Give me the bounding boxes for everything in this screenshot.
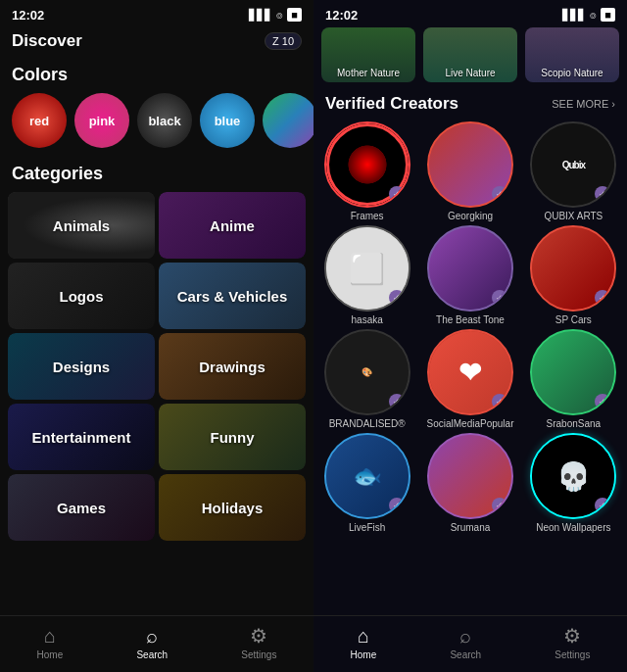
category-entertainment[interactable]: Entertainment [8,404,155,470]
category-games[interactable]: Games [8,474,155,541]
nature-scopio-label: Scopio Nature [541,68,603,78]
category-cars[interactable]: Cars & Vehicles [159,263,306,329]
status-bar-left: 12:02 ▋▋▋ ⌾ ■ [0,0,314,27]
creators-scroll[interactable]: ✓ Frames ✓ Georgking Qubix ✓ QUBIX ARTS [314,121,627,615]
category-funny-label: Funny [211,429,255,446]
color-pink[interactable]: pink [74,93,129,148]
nav-settings-label-right: Settings [555,649,590,660]
left-panel: 12:02 ▋▋▋ ⌾ ■ Discover Z 10 Colors red p… [0,0,314,672]
verify-badge-socialmedia: ✓ [492,394,507,409]
time-left: 12:02 [12,8,44,23]
nav-search-left[interactable]: ⌕ Search [136,625,168,660]
discover-header: Discover Z 10 [0,27,314,59]
settings-icon-left: ⚙ [250,624,267,648]
creator-spcars[interactable]: ✓ SP Cars [524,225,623,325]
verify-badge-beasttone: ✓ [492,290,507,306]
verify-badge-frames: ✓ [389,186,405,202]
category-logos[interactable]: Logos [8,263,155,329]
nav-search-label-left: Search [136,649,168,660]
categories-section-title: Categories [0,158,314,192]
category-funny[interactable]: Funny [159,404,306,470]
wifi-icon-right: ⌾ [590,9,597,21]
verified-header: Verified Creators SEE MORE › [314,90,627,121]
creator-spcars-name: SP Cars [555,314,592,325]
nature-mother[interactable]: Mother Nature [321,27,415,82]
category-anime[interactable]: Anime [159,192,306,259]
creator-srumana[interactable]: ✓ Srumana [420,433,519,533]
wifi-icon: ⌾ [276,9,283,21]
nav-settings-right[interactable]: ⚙ Settings [555,624,590,660]
time-right: 12:02 [325,8,358,23]
nature-scopio[interactable]: Scopio Nature [525,27,619,82]
creator-socialmedia[interactable]: ❤ ✓ SocialMediaPopular [420,329,519,429]
colors-row: red pink black blue [0,93,314,158]
creator-beasttone[interactable]: ✓ The Beast Tone [420,225,519,325]
creator-livefish-name: LiveFish [349,522,385,533]
creator-neon[interactable]: 💀 ✓ Neon Wallpapers [524,433,623,533]
categories-grid: Animals Anime Logos Cars & Vehicles Desi… [8,192,306,541]
nav-home-label-left: Home [37,649,64,660]
bottom-nav-left: ⌂ Home ⌕ Search ⚙ Settings [0,615,314,672]
creator-srabonsana[interactable]: ✓ SrabonSana [524,329,623,429]
home-icon-left: ⌂ [44,625,56,648]
creator-frames[interactable]: ✓ Frames [317,121,416,221]
nature-row: Mother Nature Live Nature Scopio Nature [314,27,627,90]
creator-frames-name: Frames [351,211,384,221]
category-entertainment-label: Entertainment [32,429,131,446]
bottom-nav-right: ⌂ Home ⌕ Search ⚙ Settings [314,615,627,672]
verified-title: Verified Creators [325,94,458,114]
verify-badge-georgking: ✓ [492,186,507,202]
status-icons-right: ▋▋▋ ⌾ ■ [562,8,615,22]
category-holidays[interactable]: Holidays [159,474,306,541]
nature-live-label: Live Nature [445,68,495,78]
status-icons-left: ▋▋▋ ⌾ ■ [249,8,302,22]
verify-badge-neon: ✓ [595,498,610,513]
category-cars-label: Cars & Vehicles [177,288,288,305]
creator-brandalised[interactable]: 🎨 ✓ BRANDALISED® [317,329,416,429]
creator-srumana-name: Srumana [451,522,491,533]
nav-settings-left[interactable]: ⚙ Settings [241,624,276,660]
creator-livefish[interactable]: 🐟 ✓ LiveFish [317,433,416,533]
signal-icon: ▋▋▋ [249,9,272,22]
color-red[interactable]: red [12,93,67,148]
creator-georgking[interactable]: ✓ Georgking [420,121,519,221]
creator-qubix-name: QUBIX ARTS [544,211,603,221]
verify-badge-srumana: ✓ [492,498,507,513]
nav-home-right[interactable]: ⌂ Home [351,625,377,660]
signal-icon-right: ▋▋▋ [562,9,586,22]
category-logos-label: Logos [60,288,104,305]
see-more-button[interactable]: SEE MORE › [552,98,615,110]
creator-brandalised-name: BRANDALISED® [329,418,406,429]
discover-title: Discover [12,31,82,51]
nav-home-left[interactable]: ⌂ Home [37,625,64,660]
verify-badge-hasaka: ✓ [389,290,405,306]
categories-section: Animals Anime Logos Cars & Vehicles Desi… [0,192,314,615]
color-black[interactable]: black [137,93,192,148]
verify-badge-livefish: ✓ [389,498,405,513]
category-designs[interactable]: Designs [8,333,155,400]
verify-badge-brandalised: ✓ [389,394,405,409]
creator-georgking-name: Georgking [448,211,493,221]
settings-icon-right: ⚙ [563,624,581,648]
category-drawings[interactable]: Drawings [159,333,306,400]
battery-icon: ■ [287,8,302,22]
color-blue[interactable]: blue [200,93,255,148]
creator-qubix[interactable]: Qubix ✓ QUBIX ARTS [524,121,623,221]
category-animals-label: Animals [53,217,110,234]
right-panel: 12:02 ▋▋▋ ⌾ ■ Mother Nature Live Nature … [314,0,627,672]
nav-search-label-right: Search [450,649,481,660]
category-animals[interactable]: Animals [8,192,155,259]
creators-row-1: ✓ Frames ✓ Georgking Qubix ✓ QUBIX ARTS [317,121,623,221]
color-more[interactable] [263,93,314,148]
category-designs-label: Designs [53,359,110,375]
creator-hasaka-name: hasaka [352,314,383,325]
creator-hasaka[interactable]: ⬜ ✓ hasaka [317,225,416,325]
nature-mother-label: Mother Nature [337,68,400,78]
category-holidays-label: Holidays [202,500,264,516]
category-games-label: Games [57,500,106,516]
nav-search-right[interactable]: ⌕ Search [450,625,481,660]
nature-live[interactable]: Live Nature [423,27,517,82]
creator-srabonsana-name: SrabonSana [547,418,602,429]
nav-home-label-right: Home [351,649,377,660]
creator-beasttone-name: The Beast Tone [436,314,505,325]
